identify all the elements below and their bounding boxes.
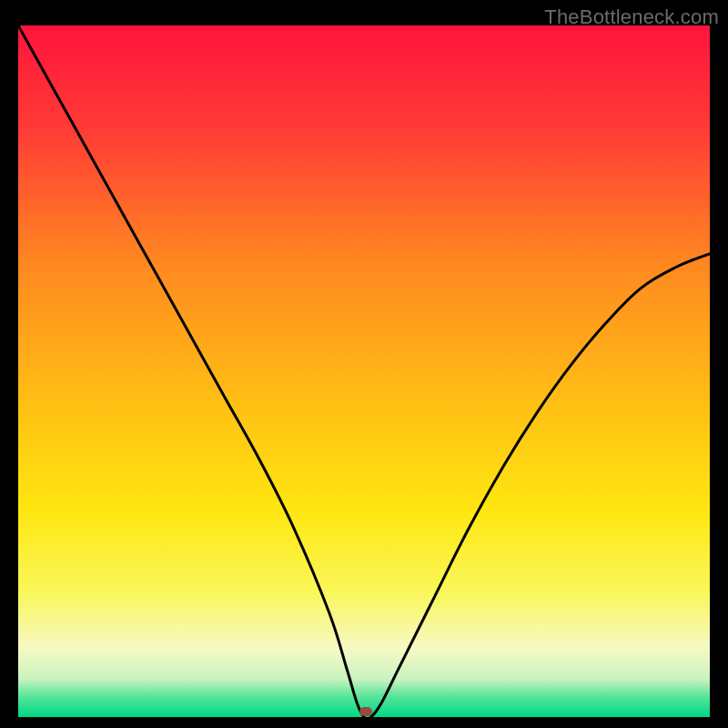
optimal-marker <box>359 707 372 716</box>
chart-svg <box>18 25 710 717</box>
chart-frame: TheBottleneck.com <box>0 0 728 728</box>
plot-area <box>18 25 710 717</box>
gradient-background <box>18 25 710 717</box>
watermark-label: TheBottleneck.com <box>544 5 719 29</box>
